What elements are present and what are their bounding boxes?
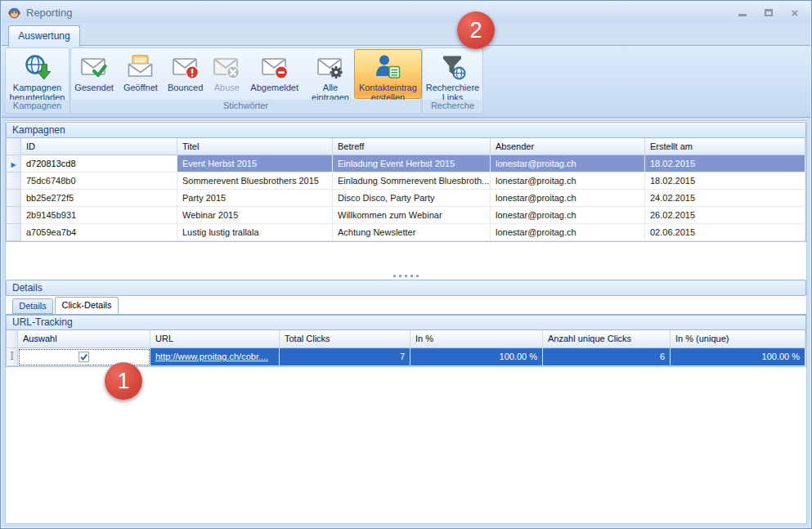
column-header-betreff[interactable]: Betreff bbox=[333, 138, 491, 155]
cell-id[interactable]: 2b9145b931 bbox=[21, 207, 177, 224]
campaign-row[interactable]: 2b9145b931Webinar 2015Willkommen zum Web… bbox=[7, 207, 805, 224]
maximize-button[interactable] bbox=[763, 7, 774, 18]
app-monkey-icon bbox=[7, 5, 21, 20]
client-area: Kampagnen IDTitelBetreffAbsenderErstellt… bbox=[5, 120, 807, 524]
column-header-auswahl[interactable]: Auswahl bbox=[18, 330, 150, 348]
ribbon-button-recherchiere[interactable]: Recherchiere Links bbox=[421, 49, 484, 99]
checkbox-check-icon[interactable] bbox=[79, 352, 89, 362]
cell-absender[interactable]: lonestar@proitag.ch bbox=[491, 155, 645, 173]
envelope-error-icon bbox=[172, 53, 200, 81]
cell-titel[interactable]: Sommerevent Bluesbrothers 2015 bbox=[177, 173, 333, 190]
tab-click-details[interactable]: Click-Details bbox=[55, 297, 119, 314]
ribbon-group-recherche: Recherchiere Links Recherche bbox=[422, 47, 483, 114]
ribbon-group-caption: Kampagnen bbox=[7, 100, 68, 112]
cell-id[interactable]: 75dc6748b0 bbox=[21, 173, 177, 190]
column-header-absender[interactable]: Absender bbox=[491, 138, 645, 155]
row-indicator bbox=[7, 190, 21, 207]
cell-absender[interactable]: lonestar@proitag.ch bbox=[491, 190, 645, 207]
row-indicator-header bbox=[7, 330, 18, 348]
tab-auswertung[interactable]: Auswertung bbox=[8, 25, 80, 47]
cell-erstellt_am[interactable]: 24.02.2015 bbox=[645, 190, 805, 207]
campaign-row[interactable]: ▶d720813cd8Event Herbst 2015Einladung Ev… bbox=[7, 155, 805, 173]
cell-betreff[interactable]: Einladung Sommerevent Bluesbroth... bbox=[333, 173, 491, 190]
details-panel-header: Details bbox=[6, 280, 806, 296]
ribbon-button-label: Abgemeldet bbox=[250, 83, 298, 92]
row-indicator-header bbox=[7, 138, 21, 155]
row-indicator: I bbox=[7, 348, 18, 366]
close-button[interactable]: × bbox=[789, 7, 801, 18]
cell-titel[interactable]: Party 2015 bbox=[177, 190, 333, 207]
envelope-abuse-icon bbox=[213, 53, 240, 81]
cell-id[interactable]: a7059ea7b4 bbox=[21, 224, 177, 241]
column-header-total-clicks[interactable]: Total Clicks bbox=[280, 330, 410, 348]
row-indicator bbox=[7, 224, 21, 241]
cell-absender[interactable]: lonestar@proitag.ch bbox=[491, 207, 645, 224]
cell-titel[interactable]: Lustig lustig trallala bbox=[177, 224, 333, 241]
ribbon-button-label: Gesendet bbox=[74, 83, 114, 92]
row-indicator bbox=[7, 173, 21, 190]
cell-betreff[interactable]: Einladung Event Herbst 2015 bbox=[333, 155, 491, 173]
cell-id[interactable]: d720813cd8 bbox=[21, 155, 177, 173]
column-header-anzahl-unique-clicks[interactable]: Anzahl unique Clicks bbox=[543, 330, 671, 348]
ribbon-group-caption: Stichwörter bbox=[72, 100, 419, 112]
ribbon-button-label: Geöffnet bbox=[123, 83, 158, 92]
app-window: Reporting × Auswertung Kampagnen herunte… bbox=[0, 0, 812, 529]
ribbon-button-geöffnet[interactable]: Geöffnet bbox=[119, 49, 163, 99]
ribbon-button-abuse: Abuse bbox=[208, 49, 245, 99]
campaign-row[interactable]: 75dc6748b0Sommerevent Bluesbrothers 2015… bbox=[7, 173, 805, 190]
tab-details[interactable]: Details bbox=[12, 298, 53, 314]
cell-absender[interactable]: lonestar@proitag.ch bbox=[491, 224, 645, 241]
cell-in-percent[interactable]: 100.00 % bbox=[410, 348, 543, 366]
close-icon: × bbox=[792, 7, 799, 18]
campaigns-grid: IDTitelBetreffAbsenderErstellt am ▶d7208… bbox=[6, 138, 806, 242]
person-list-icon bbox=[374, 53, 402, 81]
globe-download-icon bbox=[24, 53, 52, 81]
ribbon-button-kampagnen[interactable]: Kampagnen herunterladen bbox=[5, 49, 70, 99]
ribbon-group-stichwoerter: GesendetGeöffnetBouncedAbuseAbgemeldetAl… bbox=[70, 47, 421, 114]
cell-erstellt_am[interactable]: 02.06.2015 bbox=[645, 224, 805, 241]
ribbon-group-kampagnen: Kampagnen herunterladen Kampagnen bbox=[5, 47, 70, 114]
column-header-titel[interactable]: Titel bbox=[177, 138, 333, 155]
cell-betreff[interactable]: Achtung Newsletter bbox=[333, 224, 491, 241]
ribbon-button-kontakteintrag[interactable]: Kontakteintrag erstellen bbox=[354, 49, 422, 99]
campaign-row[interactable]: a7059ea7b4Lustig lustig trallalaAchtung … bbox=[7, 224, 805, 241]
ribbon-button-abgemeldet[interactable]: Abgemeldet bbox=[245, 49, 303, 99]
maximize-icon bbox=[765, 9, 773, 16]
column-header-url[interactable]: URL bbox=[150, 330, 280, 348]
cell-betreff[interactable]: Disco Disco, Party Party bbox=[333, 190, 491, 207]
cell-titel[interactable]: Event Herbst 2015 bbox=[177, 155, 333, 173]
cell-erstellt_am[interactable]: 18.02.2015 bbox=[645, 173, 805, 190]
column-header-id[interactable]: ID bbox=[21, 138, 177, 155]
cell-titel[interactable]: Webinar 2015 bbox=[177, 207, 333, 224]
ribbon-tabstrip: Auswertung bbox=[2, 23, 810, 46]
minimize-button[interactable] bbox=[737, 7, 748, 18]
campaign-row[interactable]: bb25e272f5Party 2015Disco Disco, Party P… bbox=[7, 190, 805, 207]
column-header-in-[interactable]: In % bbox=[410, 330, 543, 348]
selected-row-arrow-icon: ▶ bbox=[11, 161, 16, 168]
ribbon-button-alle-eintragen[interactable]: Alle eintragen bbox=[307, 49, 354, 99]
envelope-check-icon bbox=[80, 53, 108, 81]
url-link[interactable]: http://www.proitag.ch/cobr.... bbox=[155, 352, 268, 361]
ribbon-button-bounced[interactable]: Bounced bbox=[163, 49, 208, 99]
window-title: Reporting bbox=[26, 7, 72, 19]
cell-total-clicks[interactable]: 7 bbox=[280, 348, 410, 366]
url-tracking-grid-header: AuswahlURLTotal ClicksIn %Anzahl unique … bbox=[7, 330, 805, 348]
cell-absender[interactable]: lonestar@proitag.ch bbox=[491, 173, 645, 190]
funnel-globe-icon bbox=[439, 53, 467, 81]
splitter-handle[interactable] bbox=[6, 273, 806, 279]
ribbon-button-label: Bounced bbox=[168, 83, 203, 92]
cell-erstellt_am[interactable]: 26.02.2015 bbox=[645, 207, 805, 224]
column-header-erstellt-am[interactable]: Erstellt am bbox=[645, 138, 805, 155]
envelope-open-icon bbox=[127, 53, 155, 81]
campaigns-panel-header: Kampagnen bbox=[6, 122, 806, 138]
column-header-in-unique-[interactable]: In % (unique) bbox=[671, 330, 805, 348]
cell-unique-clicks[interactable]: 6 bbox=[543, 348, 671, 366]
ribbon-button-gesendet[interactable]: Gesendet bbox=[70, 49, 119, 99]
cell-in-percent-unique[interactable]: 100.00 % bbox=[671, 348, 805, 366]
cell-id[interactable]: bb25e272f5 bbox=[21, 190, 177, 207]
cell-betreff[interactable]: Willkommen zum Webinar bbox=[333, 207, 491, 224]
edit-indicator-icon: I bbox=[10, 351, 14, 362]
envelope-gear-icon bbox=[316, 53, 344, 81]
row-indicator bbox=[7, 207, 21, 224]
cell-erstellt_am[interactable]: 18.02.2015 bbox=[645, 155, 805, 173]
